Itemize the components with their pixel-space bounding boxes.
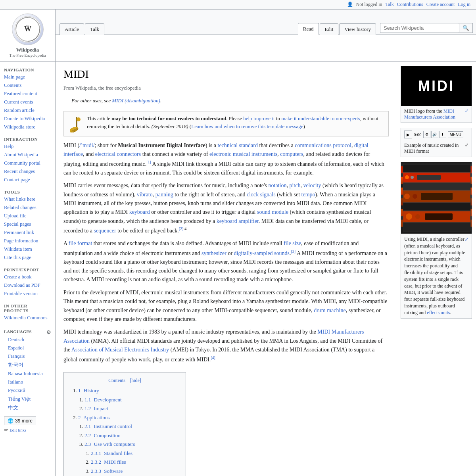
sidebar-lang-deutsch[interactable]: Deutsch (4, 336, 51, 344)
toc-link-midi-files[interactable]: 2.3.2 MIDI files (91, 459, 126, 465)
sequencer-link[interactable]: sequencer (94, 228, 116, 234)
audio-expand-icon[interactable]: ⤢ (465, 142, 468, 148)
photo-expand-icon[interactable]: ⤢ (464, 236, 468, 243)
toc-link-use-computers[interactable]: 2.3 Use with computers (84, 441, 135, 447)
toc-link-instrument[interactable]: 2.1 Instrument control (84, 423, 132, 429)
sidebar-item-create-book[interactable]: Create a book (0, 273, 55, 281)
toc-link-applications[interactable]: 2 Applications (78, 415, 109, 420)
sidebar-item-wikimedia-commons[interactable]: Wikimedia Commons (0, 314, 55, 322)
search-input[interactable] (380, 23, 459, 33)
sidebar-item-what-links[interactable]: What links here (0, 195, 55, 203)
tab-article[interactable]: Article (60, 23, 84, 35)
toc-link-history[interactable]: 1 History (78, 388, 99, 393)
digitally-sampled-link[interactable]: digitally-sampled sounds (234, 250, 290, 256)
sidebar-item-store[interactable]: Wikipedia store (0, 123, 55, 131)
sidebar-item-contents[interactable]: Contents (0, 81, 55, 90)
expand-icon-1[interactable]: ⤢ (465, 108, 468, 113)
electrical-connectors-link[interactable]: electrical connectors (95, 151, 141, 157)
sidebar-item-cite[interactable]: Cite this page (0, 253, 55, 262)
more-languages-button[interactable]: 🌐 39 more (4, 416, 36, 425)
comms-protocol-link[interactable]: communications protocol (295, 142, 351, 148)
pitch-link[interactable]: pitch (289, 182, 300, 188)
toc-link-standard-files[interactable]: 2.3.1 Standard files (91, 450, 132, 456)
velocity-link[interactable]: velocity (303, 182, 321, 188)
sidebar-item-contact[interactable]: Contact page (0, 176, 55, 184)
sidebar-item-special-pages[interactable]: Special pages (0, 220, 55, 228)
ambox-remove-template-link[interactable]: Learn how and when to remove this templa… (191, 123, 303, 129)
talk-link[interactable]: Talk (386, 2, 394, 8)
ref-2[interactable]: [2] (179, 226, 184, 231)
sidebar-item-printable[interactable]: Printable version (0, 290, 55, 298)
vibrato-link[interactable]: vibrato (137, 192, 153, 198)
create-account-link[interactable]: Create account (426, 2, 455, 8)
sidebar-lang-bahasa[interactable]: Bahasa Indonesia (4, 370, 51, 378)
keyboard-link[interactable]: keyboard (129, 209, 150, 215)
contributions-link[interactable]: Contributions (397, 2, 423, 8)
sidebar-item-recent-changes[interactable]: Recent changes (0, 167, 55, 176)
tab-edit[interactable]: Edit (320, 23, 339, 35)
sidebar-item-page-info[interactable]: Page information (0, 237, 55, 245)
toc-link-software[interactable]: 2.3.3 Software (91, 468, 123, 474)
tab-read[interactable]: Read (298, 23, 319, 35)
sidebar-item-download-pdf[interactable]: Download as PDF (0, 281, 55, 290)
ref-4[interactable]: [4] (211, 355, 215, 360)
tab-talk[interactable]: Talk (85, 23, 104, 35)
sound-module-link[interactable]: sound module (257, 209, 288, 215)
toc-hide-link[interactable]: hide (131, 378, 140, 383)
tempo-link[interactable]: tempo (301, 192, 315, 198)
audio-volume-icon[interactable]: 🔊 (431, 131, 438, 138)
sidebar-item-related-changes[interactable]: Related changes (0, 203, 55, 212)
sidebar-lang-russian[interactable]: Русский (4, 386, 51, 395)
toc-link-development[interactable]: 1.1 Development (84, 397, 122, 403)
audio-download-icon[interactable]: ⬇ (439, 131, 446, 138)
sidebar-lang-viet[interactable]: Tiếng Việt (4, 395, 51, 403)
sidebar-item-featured-content[interactable]: Featured content (0, 90, 55, 98)
language-settings-icon[interactable]: ⚙ (46, 329, 51, 336)
sidebar-item-permanent-link[interactable]: Permanent link (0, 228, 55, 237)
wikipedia-logo[interactable]: W W (12, 13, 44, 45)
electronic-instruments-link[interactable]: electronic musical instruments (209, 151, 277, 157)
sidebar-item-wikidata[interactable]: Wikidata item (0, 245, 55, 253)
clock-signals-link[interactable]: clock signals (247, 192, 276, 198)
sidebar-lang-chinese[interactable]: 中文 (4, 403, 51, 413)
sidebar-item-about[interactable]: About Wikipedia (0, 151, 55, 159)
sidebar-lang-italiano[interactable]: Italiano (4, 378, 51, 386)
search-button[interactable]: 🔍 (459, 23, 473, 33)
ambox-help-link[interactable]: help improve it (243, 115, 274, 121)
notation-link[interactable]: notation (269, 182, 287, 188)
play-button[interactable]: ▶ (404, 131, 412, 138)
audio-settings-icon[interactable]: ⚙ (423, 131, 430, 138)
file-size-link[interactable]: file size (284, 240, 301, 246)
sidebar-item-main-page[interactable]: Main page (0, 73, 55, 81)
technical-standard-link[interactable]: technical standard (218, 142, 258, 148)
audio-menu-button[interactable]: MENU (448, 131, 463, 138)
sidebar-item-donate[interactable]: Donate to Wikipedia (0, 115, 55, 123)
amei-link[interactable]: Association of Musical Electronics Indus… (71, 347, 169, 353)
sidebar-item-upload-file[interactable]: Upload file (0, 212, 55, 220)
sidebar-item-random-article[interactable]: Random article (0, 106, 55, 115)
sidebar-item-help[interactable]: Help (0, 142, 55, 151)
toc-link-composition[interactable]: 2.2 Composition (84, 432, 121, 438)
file-format-link[interactable]: file format (69, 240, 92, 246)
sidebar-item-current-events[interactable]: Current events (0, 98, 55, 106)
ambox-non-experts-link[interactable]: make it understandable to non-experts (281, 115, 360, 121)
keyboard-amplifier-link[interactable]: keyboard amplifier (217, 218, 259, 224)
ref-1[interactable]: [1] (146, 160, 151, 164)
pronunciation-link[interactable]: /ˈmɪdi/ (79, 142, 95, 148)
toc-link-impact[interactable]: 1.2 Impact (84, 405, 108, 411)
mma-link[interactable]: MIDI Manufacturers Association (63, 329, 364, 344)
effects-units-link[interactable]: effects units (427, 310, 450, 315)
disambiguation-link[interactable]: MIDI (disambiguation) (112, 98, 160, 104)
sidebar-lang-francais[interactable]: Français (4, 352, 51, 361)
sidebar-item-community-portal[interactable]: Community portal (0, 159, 55, 167)
synthesizer-link[interactable]: synthesizer (202, 250, 226, 256)
ref-3[interactable]: [3] (291, 249, 296, 253)
tab-view-history[interactable]: View history (339, 23, 376, 35)
panning-link[interactable]: panning (155, 192, 173, 198)
sidebar-lang-espanol[interactable]: Español (4, 344, 51, 352)
computers-link[interactable]: computers (280, 151, 303, 157)
log-in-link[interactable]: Log in (458, 2, 470, 8)
drum-machine-link[interactable]: drum machine (314, 307, 345, 313)
sidebar-lang-korean[interactable]: 한국어 (4, 361, 51, 370)
edit-links[interactable]: Edit links (10, 428, 26, 432)
